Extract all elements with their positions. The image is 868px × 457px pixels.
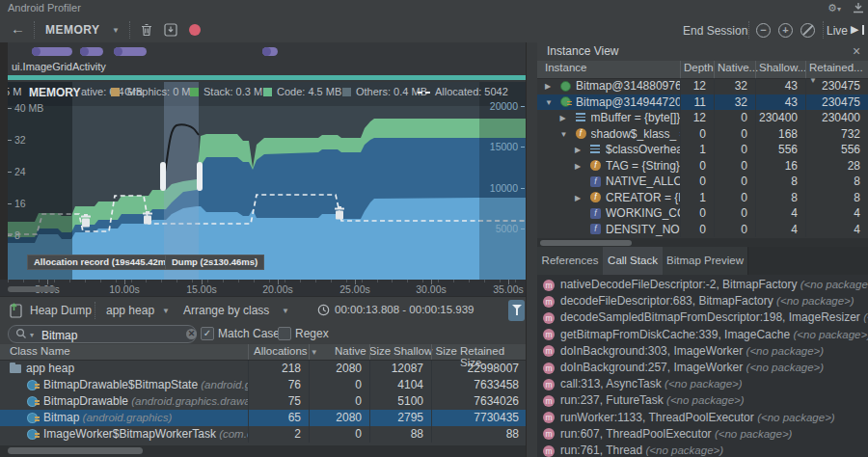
class-icon-mark (35, 403, 40, 405)
regex-checkbox[interactable] (278, 327, 291, 340)
stack-frame[interactable]: mdecodeFileDescriptor:683, BitmapFactory… (537, 294, 868, 310)
table-row[interactable]: Bitmap (android.graphics)652080279577304… (0, 410, 527, 426)
stack-frame[interactable]: mnativeDecodeFileDescriptor:-2, BitmapFa… (537, 278, 868, 294)
arrange-dropdown[interactable]: Arrange by class (183, 304, 269, 317)
table-row[interactable]: app heap21820801208722998007 (0, 361, 527, 377)
stack-frame[interactable]: mcall:313, AsyncTask (<no package>) (537, 377, 868, 393)
col-shallow-size[interactable]: Shallow Size (393, 345, 457, 357)
memory-chart[interactable] (8, 82, 526, 280)
clear-search-icon[interactable]: ✕ (186, 329, 197, 339)
go-live-icon[interactable]: ▶ (851, 23, 858, 36)
tab-bitmap-preview[interactable]: Bitmap Preview (663, 247, 748, 275)
right-axis-tick (521, 228, 525, 229)
table-row[interactable]: ImageWorker$BitmapWorkerTask (com.exa208… (0, 426, 527, 443)
instance-icon-mark (567, 101, 572, 103)
scrollbar-thumb[interactable] (8, 447, 143, 454)
stack-frame[interactable]: mgetBitmapFromDiskCache:339, ImageCache … (537, 328, 868, 344)
timeline-scrollbar-thumb[interactable] (8, 286, 56, 292)
search-history-caret[interactable]: ▾ (30, 331, 34, 339)
close-icon[interactable]: × (853, 43, 860, 59)
instance-row[interactable]: ▶fCREATOR = {Bi1088 (537, 190, 868, 206)
time-label: 10.00s (109, 283, 140, 295)
instance-row[interactable]: ▶$classOverhead10556556 (537, 142, 868, 158)
event-timeline[interactable]: ui.ImageGridActivity (0, 42, 526, 82)
static-field-icon: f (590, 224, 601, 234)
instance-row[interactable]: fDENSITY_NON0044 (537, 222, 868, 238)
gc-trash-icon (81, 214, 91, 228)
method-icon: m (543, 412, 555, 423)
tab-call-stack[interactable]: Call Stack (603, 247, 664, 275)
back-arrow-icon[interactable]: ← (11, 20, 25, 37)
export-capture-icon[interactable] (164, 23, 177, 40)
instance-row[interactable]: ▼fshadow$_klass_ =00168732 (537, 126, 868, 143)
table-row[interactable]: BitmapDrawable (android.graphics.drawabl… (0, 393, 527, 410)
instance-row[interactable]: fNATIVE_ALLOC0088 (537, 174, 868, 190)
gc-trash-icon (335, 206, 344, 220)
instance-row[interactable]: fWORKING_COM0044 (537, 205, 868, 222)
stack-frame[interactable]: mdoInBackground:257, ImageWorker (<no pa… (537, 361, 868, 377)
export-heap-dump-icon[interactable] (9, 302, 24, 321)
numeric-cell: 43 (755, 94, 805, 111)
instance-row[interactable]: ▶mBuffer = {byte[]}120230400230400 (537, 110, 868, 126)
instance-label: $classOverhead (606, 143, 680, 157)
col-native-size[interactable]: Native Size (335, 345, 391, 357)
col-instance[interactable]: Instance (545, 62, 586, 73)
gear-icon[interactable]: ⚙▾ (827, 2, 841, 14)
profiler-type-dropdown[interactable]: MEMORY (45, 23, 100, 37)
tree-collapse-arrow[interactable]: ▶ (560, 114, 566, 122)
stack-frame[interactable]: mrun:761, Thread (<no package>) (537, 444, 868, 457)
col-class-name[interactable]: Class Name (10, 345, 70, 357)
tree-collapse-arrow[interactable]: ▶ (575, 146, 581, 154)
instance-table-header[interactable]: Instance Depth Native... Shallow... Reta… (537, 61, 868, 79)
trash-icon[interactable] (140, 23, 153, 40)
heap-select-dropdown[interactable]: app heap (106, 304, 154, 317)
tree-collapse-arrow[interactable]: ▶ (575, 162, 581, 171)
stack-frame[interactable]: mdecodeSampledBitmapFromDescriptor:198, … (537, 310, 868, 327)
class-table-header[interactable]: Class Name Allocations ▼ Native Size Sha… (0, 344, 527, 361)
numeric-cell: 65 (248, 410, 309, 426)
tree-collapse-arrow[interactable]: ▶ (575, 194, 581, 202)
stack-frame[interactable]: mrunWorker:1133, ThreadPoolExecutor (<no… (537, 411, 868, 427)
live-button[interactable]: Live (827, 24, 848, 38)
zoom-in-button[interactable]: + (778, 23, 793, 38)
col-shallow[interactable]: Shallow... (759, 62, 806, 73)
minor-tick (300, 280, 301, 282)
minor-tick (85, 280, 86, 282)
instance-row[interactable]: ▶fTAG = {String}001628 (537, 158, 868, 175)
array-icon (576, 113, 585, 115)
search-input[interactable]: ▾ Bitmap ✕ (8, 325, 197, 343)
col-depth[interactable]: Depth (684, 62, 714, 73)
instance-row[interactable]: ▶Bitmap@314880976 (123243230475 (537, 78, 868, 94)
class-name-cell: BitmapDrawable (android.graphics.drawabl… (0, 393, 248, 410)
match-case-checkbox[interactable]: ✓ (201, 327, 214, 340)
array-icon (590, 151, 600, 153)
table-row[interactable]: BitmapDrawable$BitmapState (android.grap… (0, 377, 527, 393)
record-button[interactable] (189, 24, 201, 36)
class-name-cell: Bitmap (android.graphics) (0, 410, 248, 426)
reset-zoom-button[interactable] (800, 23, 815, 38)
tree-expand-arrow[interactable]: ▼ (560, 130, 568, 139)
instance-row[interactable]: ▼Bitmap@314944720 (113243230475 (537, 94, 868, 111)
match-case-label: Match Case (218, 327, 280, 340)
minor-tick (500, 280, 501, 282)
end-session-button[interactable]: End Session (683, 24, 747, 38)
class-table-hscrollbar[interactable] (0, 445, 527, 457)
filter-button[interactable] (508, 300, 525, 321)
dock-icon[interactable] (853, 3, 864, 16)
stack-frame[interactable]: mdoInBackground:303, ImageWorker (<no pa… (537, 344, 868, 361)
legend-swatch (190, 88, 199, 96)
field-icon: f (576, 128, 586, 139)
tree-expand-arrow[interactable]: ▼ (545, 98, 553, 107)
separator (34, 21, 35, 39)
tree-collapse-arrow[interactable]: ▶ (545, 82, 551, 91)
tab-references[interactable]: References (537, 247, 604, 275)
zoom-out-button[interactable]: − (756, 23, 771, 38)
event-pill-cap (114, 47, 122, 56)
scrollbar-thumb[interactable] (540, 240, 632, 246)
col-native[interactable]: Native... (718, 62, 758, 73)
instance-hscrollbar[interactable] (537, 238, 868, 247)
class-name-cell: app heap (0, 361, 248, 377)
stack-frame[interactable]: mrun:607, ThreadPoolExecutor (<no packag… (537, 427, 868, 444)
stack-frame[interactable]: mrun:237, FutureTask (<no package>) (537, 393, 868, 410)
time-axis[interactable]: 5.00s10.00s15.00s20.00s25.00s30.00s35.00… (0, 280, 526, 296)
